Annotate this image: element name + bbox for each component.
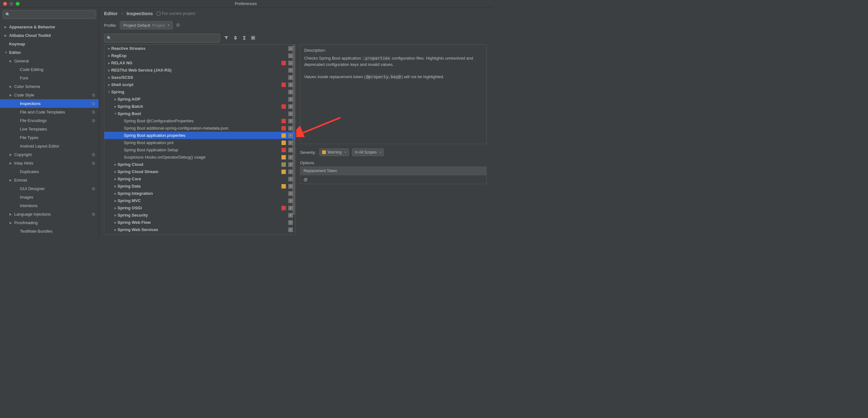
severity-select[interactable]: Warning ▼ [319,148,349,156]
sidebar-item-live-templates[interactable]: Live Templates [0,125,99,133]
sidebar-item-general[interactable]: General [0,57,99,65]
sidebar-item-font[interactable]: Font [0,74,99,82]
inspection-checkbox[interactable] [288,199,293,203]
inspection-item-spring-integration[interactable]: Spring Integration [104,190,295,197]
sidebar-item-code-editing[interactable]: Code Editing [0,65,99,74]
inspection-item-sass-scss[interactable]: Sass/SCSS [104,74,295,81]
inspection-item-spring-cloud[interactable]: Spring Cloud [104,161,295,168]
inspection-item-spring-cloud-stream[interactable]: Spring Cloud Stream [104,168,295,175]
inspection-checkbox[interactable] [288,213,293,217]
breadcrumb: Editor › Inspections For current project [104,11,487,16]
sidebar-item-appearance-behavior[interactable]: Appearance & Behavior [0,23,99,31]
inspection-item-shell-script[interactable]: Shell script [104,81,295,88]
window-close-button[interactable] [3,2,7,6]
inspection-label: Spring Boot application.yml [124,140,174,145]
sidebar-item-file-encodings[interactable]: File Encodings⧉ [0,116,99,125]
inspection-checkbox[interactable] [288,112,293,116]
replacement-token-value[interactable]: @ [300,175,486,184]
sidebar-item-inlay-hints[interactable]: Inlay Hints⧉ [0,159,99,168]
inspection-item-spring-web-services[interactable]: Spring Web Services [104,226,295,233]
sidebar-item-file-types[interactable]: File Types [0,133,99,142]
inspection-checkbox[interactable] [288,184,293,188]
inspection-checkbox[interactable] [288,162,293,167]
inspection-item-spring-boot-additional-spring-configuration-metadata-json[interactable]: Spring Boot additional-spring-configurat… [104,124,295,132]
sidebar-item-color-scheme[interactable]: Color Scheme [0,82,99,91]
inspection-item-regexp[interactable]: RegExp [104,52,295,59]
inspection-checkbox[interactable] [288,119,293,123]
reset-icon[interactable] [251,36,255,41]
inspection-checkbox[interactable] [288,83,293,87]
sidebar-item-proofreading[interactable]: Proofreading [0,218,99,227]
sidebar-item-images[interactable]: Images [0,193,99,202]
inspection-item-spring-websocket[interactable]: Spring WebSocket [104,233,295,235]
sidebar-item-duplicates[interactable]: Duplicates [0,168,99,176]
inspection-item-spring-boot-application-setup[interactable]: Spring Boot Application Setup [104,146,295,153]
window-title: Preferences [235,1,257,6]
profile-select[interactable]: Project Default Project ▼ [120,21,173,29]
inspection-item-reactive-streams[interactable]: Reactive Streams [104,45,295,52]
inspection-search-input[interactable]: 🔍 [104,34,220,42]
inspection-checkbox[interactable] [288,141,293,145]
sidebar-item-intentions[interactable]: Intentions [0,202,99,210]
collapse-all-icon[interactable] [242,36,246,41]
sidebar-item-inspections[interactable]: Inspections⧉ [0,99,99,108]
inspection-checkbox[interactable] [288,170,293,174]
sidebar-item-gui-designer[interactable]: GUI Designer⧉ [0,184,99,193]
sidebar-item-alibaba-cloud-toolkit[interactable]: Alibaba Cloud Toolkit [0,31,99,40]
inspection-item-spring-boot[interactable]: Spring Boot [104,110,295,117]
sidebar-item-file-and-code-templates[interactable]: File and Code Templates⧉ [0,108,99,116]
inspection-item-spring-data[interactable]: Spring Data [104,182,295,190]
inspection-checkbox[interactable] [288,220,293,225]
inspection-item-spring-core[interactable]: Spring Core [104,175,295,182]
inspection-item-spring-security[interactable]: Spring Security [104,211,295,219]
gear-icon[interactable]: ⚙ [176,22,180,28]
expand-all-icon[interactable] [233,36,238,41]
inspection-checkbox[interactable] [288,104,293,109]
sidebar-item-textmate-bundles[interactable]: TextMate Bundles [0,227,99,236]
inspection-checkbox[interactable] [288,206,293,210]
sidebar-item-keymap[interactable]: Keymap [0,40,99,48]
inspection-checkbox[interactable] [288,228,293,232]
window-minimize-button[interactable] [9,2,13,6]
filter-icon[interactable] [224,35,229,41]
sidebar-item-editor[interactable]: Editor [0,48,99,57]
scope-select[interactable]: In All Scopes ▼ [352,148,384,156]
inspection-checkbox[interactable] [288,177,293,181]
inspection-checkbox[interactable] [288,90,293,94]
sidebar-item-code-style[interactable]: Code Style⧉ [0,91,99,99]
inspection-item-spring-mvc[interactable]: Spring MVC [104,197,295,204]
sidebar-item-language-injections[interactable]: Language Injections⧉ [0,210,99,218]
inspection-label: Spring Boot [118,111,141,116]
window-maximize-button[interactable] [16,2,20,6]
inspection-checkbox[interactable] [288,68,293,72]
inspection-checkbox[interactable] [288,235,293,235]
sidebar-search-input[interactable]: 🔍 [2,10,96,19]
inspection-item-spring-web-flow[interactable]: Spring Web Flow [104,219,295,226]
inspection-checkbox[interactable] [288,46,293,51]
inspection-checkbox[interactable] [288,75,293,80]
sidebar-item-android-layout-editor[interactable]: Android Layout Editor [0,142,99,150]
inspection-checkbox[interactable] [288,61,293,65]
inspection-item-spring-boot-application-yml[interactable]: Spring Boot application.yml [104,139,295,146]
inspection-checkbox[interactable] [288,133,293,138]
sidebar-item-copyright[interactable]: Copyright⧉ [0,150,99,159]
inspection-item-restful-web-service-jax-rs-[interactable]: RESTful Web Service (JAX-RS) [104,66,295,74]
inspection-checkbox[interactable] [288,191,293,196]
inspection-item-spring-boot-configurationproperties[interactable]: Spring Boot @ConfigurationProperties [104,117,295,124]
tree-item-label: Duplicates [20,169,39,174]
breadcrumb-editor[interactable]: Editor [104,11,118,16]
inspection-item-suspicious-hooks-onoperatordebug-usage[interactable]: Suspicious Hooks.onOperatorDebug() usage [104,153,295,161]
inspection-item-spring-osgi[interactable]: Spring OSGi [104,204,295,211]
inspection-checkbox[interactable] [288,148,293,152]
tree-arrow-icon [107,61,111,65]
inspection-checkbox[interactable] [288,97,293,101]
inspection-checkbox[interactable] [288,155,293,159]
inspection-item-spring-boot-application-properties[interactable]: Spring Boot application.properties [104,132,295,139]
inspection-item-spring-aop[interactable]: Spring AOP [104,95,295,103]
inspection-checkbox[interactable] [288,54,293,58]
inspection-item-relax-ng[interactable]: RELAX NG [104,59,295,66]
inspection-item-spring-batch[interactable]: Spring Batch [104,103,295,110]
inspection-checkbox[interactable] [288,126,293,130]
inspection-item-spring[interactable]: Spring [104,88,295,95]
sidebar-item-emmet[interactable]: Emmet [0,176,99,184]
